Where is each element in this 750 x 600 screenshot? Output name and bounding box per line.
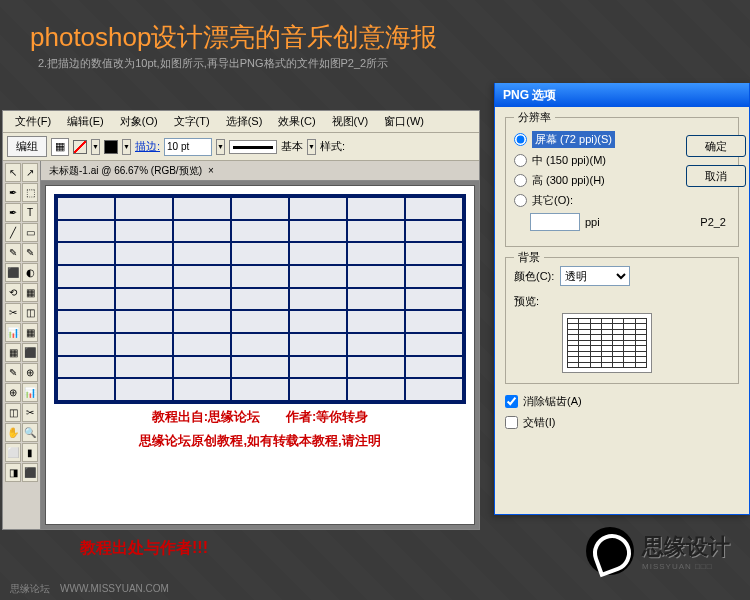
resolution-high-label: 高 (300 ppi)(H) [532, 173, 605, 188]
dialog-title: PNG 选项 [495, 83, 749, 107]
eyedropper-tool[interactable]: ✎ [5, 363, 21, 382]
document-tab-title: 未标题-1.ai @ 66.67% (RGB/预览) [49, 164, 202, 178]
artboard-tool[interactable]: ◫ [5, 403, 21, 422]
page-title: photoshop设计漂亮的音乐创意海报 [30, 20, 437, 55]
stroke-profile-preview[interactable] [229, 140, 277, 154]
credit-line-3: 教程出处与作者!!! [80, 538, 208, 559]
brand-logo: 思缘设计 MISSYUAN □□□ [586, 527, 730, 575]
resolution-high-radio[interactable] [514, 174, 527, 187]
menu-effect[interactable]: 效果(C) [270, 112, 323, 131]
tool-panel: ↖ ↗ ✒ ⬚ ✒ T ╱ ▭ ✎ ✎ ⬛ ◐ ⟲ ▦ ✂ ◫ 📊 ▦ ▦ ⬛ … [3, 161, 41, 529]
stroke-weight-input[interactable] [164, 138, 212, 156]
screen-mode[interactable]: ⬛ [22, 463, 38, 482]
stroke-weight-stepper-icon[interactable]: ▼ [216, 139, 225, 155]
slice-tool[interactable]: ✂ [22, 403, 38, 422]
menu-object[interactable]: 对象(O) [112, 112, 166, 131]
zoom-tool[interactable]: 🔍 [22, 423, 38, 442]
resolution-screen-radio[interactable] [514, 133, 527, 146]
pencil-tool[interactable]: ✎ [22, 243, 38, 262]
eraser-tool[interactable]: ◐ [22, 263, 38, 282]
menu-bar: 文件(F) 编辑(E) 对象(O) 文字(T) 选择(S) 效果(C) 视图(V… [3, 111, 479, 133]
ppi-suffix: ppi [585, 216, 600, 228]
stroke-indicator[interactable]: ▮ [22, 443, 38, 462]
edit-group-label[interactable]: 编组 [7, 136, 47, 157]
perspective-tool[interactable]: ▦ [22, 323, 38, 342]
free-transform-tool[interactable]: ◫ [22, 303, 38, 322]
menu-window[interactable]: 窗口(W) [376, 112, 432, 131]
ok-button[interactable]: 确定 [686, 135, 746, 157]
preview-box [562, 313, 652, 373]
edit-contents-icon[interactable]: ▦ [51, 138, 69, 156]
style-label: 样式: [320, 139, 345, 154]
type-tool[interactable]: T [22, 203, 38, 222]
color-label: 颜色(C): [514, 269, 554, 284]
paintbrush-tool[interactable]: ✎ [5, 243, 21, 262]
column-graph-tool[interactable]: 📊 [22, 383, 38, 402]
menu-select[interactable]: 选择(S) [218, 112, 271, 131]
direct-selection-tool[interactable]: ↗ [22, 163, 38, 182]
resolution-other-radio[interactable] [514, 194, 527, 207]
options-bar: 编组 ▦ ▼ ▼ 描边: ▼ 基本 ▼ 样式: [3, 133, 479, 161]
preview-label: 预览: [514, 294, 730, 309]
grid-artwork [54, 194, 466, 404]
mesh-tool[interactable]: ▦ [5, 343, 21, 362]
rotate-tool[interactable]: ⟲ [5, 283, 21, 302]
basic-label: 基本 [281, 139, 303, 154]
fill-indicator[interactable]: ⬜ [5, 443, 21, 462]
resolution-other-label: 其它(O): [532, 193, 573, 208]
background-fieldset: 背景 颜色(C): 透明 预览: [505, 257, 739, 384]
logo-text: 思缘设计 [642, 532, 730, 562]
magic-wand-tool[interactable]: ✒ [5, 183, 21, 202]
symbol-sprayer-tool[interactable]: ⊕ [5, 383, 21, 402]
footer-text: 思缘论坛 WWW.MISSYUAN.COM [10, 582, 169, 596]
stroke-label[interactable]: 描边: [135, 139, 160, 154]
page-subtitle: 2.把描边的数值改为10pt,如图所示,再导出PNG格式的文件如图P2_2所示 [38, 56, 388, 71]
fill-none-swatch[interactable] [73, 140, 87, 154]
background-legend: 背景 [514, 250, 544, 265]
logo-mark-icon [586, 527, 634, 575]
stroke-dropdown-icon[interactable]: ▼ [122, 139, 131, 155]
color-select[interactable]: 透明 [560, 266, 630, 286]
resolution-medium-radio[interactable] [514, 154, 527, 167]
menu-edit[interactable]: 编辑(E) [59, 112, 112, 131]
resolution-medium-label: 中 (150 ppi)(M) [532, 153, 606, 168]
menu-type[interactable]: 文字(T) [166, 112, 218, 131]
credit-line-2: 思缘论坛原创教程,如有转载本教程,请注明 [54, 432, 466, 450]
shape-builder-tool[interactable]: 📊 [5, 323, 21, 342]
antialias-checkbox[interactable] [505, 395, 518, 408]
gradient-tool[interactable]: ⬛ [22, 343, 38, 362]
resolution-other-input[interactable] [530, 213, 580, 231]
selection-tool[interactable]: ↖ [5, 163, 21, 182]
resolution-legend: 分辨率 [514, 110, 555, 125]
color-mode[interactable]: ◨ [5, 463, 21, 482]
blob-brush-tool[interactable]: ⬛ [5, 263, 21, 282]
document-tab[interactable]: 未标题-1.ai @ 66.67% (RGB/预览) × [41, 161, 479, 181]
logo-subtext: MISSYUAN □□□ [642, 562, 730, 571]
scale-tool[interactable]: ▦ [22, 283, 38, 302]
illustrator-window: 文件(F) 编辑(E) 对象(O) 文字(T) 选择(S) 效果(C) 视图(V… [2, 110, 480, 530]
menu-view[interactable]: 视图(V) [324, 112, 377, 131]
line-tool[interactable]: ╱ [5, 223, 21, 242]
hand-tool[interactable]: ✋ [5, 423, 21, 442]
rectangle-tool[interactable]: ▭ [22, 223, 38, 242]
cancel-button[interactable]: 取消 [686, 165, 746, 187]
width-tool[interactable]: ✂ [5, 303, 21, 322]
menu-file[interactable]: 文件(F) [7, 112, 59, 131]
interlaced-checkbox[interactable] [505, 416, 518, 429]
pen-tool[interactable]: ✒ [5, 203, 21, 222]
brush-dropdown-icon[interactable]: ▼ [307, 139, 316, 155]
stroke-black-swatch[interactable] [104, 140, 118, 154]
blend-tool[interactable]: ⊕ [22, 363, 38, 382]
resolution-screen-label: 屏幕 (72 ppi)(S) [532, 131, 615, 148]
label-p22: P2_2 [700, 216, 726, 228]
fill-dropdown-icon[interactable]: ▼ [91, 139, 100, 155]
credit-line-1: 教程出自:思缘论坛 作者:等你转身 [54, 408, 466, 426]
antialias-label: 消除锯齿(A) [523, 394, 582, 409]
canvas[interactable]: 教程出自:思缘论坛 作者:等你转身 思缘论坛原创教程,如有转载本教程,请注明 [45, 185, 475, 525]
lasso-tool[interactable]: ⬚ [22, 183, 38, 202]
close-tab-icon[interactable]: × [208, 165, 214, 176]
interlaced-label: 交错(I) [523, 415, 555, 430]
